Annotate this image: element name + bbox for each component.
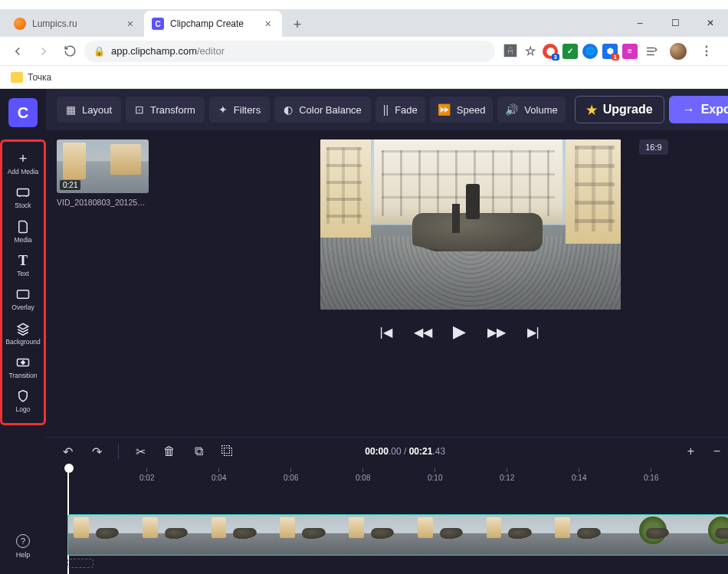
tab-lumpics[interactable]: Lumpics.ru ×	[6, 11, 144, 37]
aspect-ratio-button[interactable]: 16:9	[639, 139, 667, 155]
new-tab-button[interactable]: +	[287, 14, 308, 35]
speaker-icon: 🔊	[505, 103, 518, 116]
sidebar-item-transition[interactable]: Transition	[2, 350, 44, 384]
back-button[interactable]	[6, 40, 29, 63]
rewind-button[interactable]: ◀◀	[415, 323, 431, 340]
reload-button[interactable]	[58, 40, 81, 63]
skip-start-button[interactable]: |◀	[378, 323, 395, 340]
layout-icon: ▦	[66, 103, 76, 116]
extension-icon[interactable]: ⬢	[602, 44, 618, 59]
sidebar-item-media[interactable]: Media	[2, 215, 44, 248]
label: Fade	[395, 104, 418, 116]
fast-forward-button[interactable]: ▶▶	[488, 323, 505, 340]
ruler-tick: 0:08	[356, 468, 370, 482]
extension-icon[interactable]: ✓	[562, 44, 578, 59]
speed-button[interactable]: ⏩ Speed	[430, 97, 494, 123]
bookmarks-bar: Точка	[0, 66, 728, 89]
timeline-ruler[interactable]: 0:020:040:060:080:100:120:140:16	[67, 465, 728, 482]
reading-list-icon[interactable]	[642, 40, 661, 63]
help-icon: ?	[16, 534, 30, 548]
forward-button[interactable]	[32, 40, 55, 63]
timeline-empty-segment[interactable]	[67, 559, 93, 568]
zoom-in-button[interactable]: +	[680, 441, 701, 462]
label: Stock	[15, 202, 31, 209]
label: Add Media	[8, 169, 39, 175]
upgrade-button[interactable]: ★ Upgrade	[575, 96, 664, 123]
media-thumbnail[interactable]: 0:21	[57, 139, 149, 193]
bookmark-star-icon[interactable]: ☆	[523, 44, 538, 59]
lock-icon: 🔒	[93, 46, 105, 57]
ruler-tick: 0:10	[428, 468, 442, 482]
close-icon[interactable]: ×	[124, 18, 136, 30]
tab-title: Clipchamp Create	[170, 18, 262, 29]
volume-button[interactable]: 🔊 Volume	[497, 97, 565, 123]
minimize-button[interactable]: –	[622, 9, 657, 37]
close-icon[interactable]: ×	[262, 18, 274, 30]
translate-icon[interactable]: 🅰	[503, 44, 518, 59]
bookmark-item[interactable]: Точка	[11, 72, 51, 83]
skip-end-button[interactable]: ▶|	[525, 323, 542, 340]
fade-button[interactable]: || Fade	[375, 97, 425, 123]
fade-icon: ||	[383, 103, 389, 116]
app-root: C + Add Media Stock Media T Text	[0, 89, 728, 574]
export-button[interactable]: → Export	[669, 96, 728, 123]
editor-toolbar: ▦ Layout ⊡ Transform ✦ Filters ◐ Color B…	[46, 89, 728, 130]
redo-button[interactable]: ↷	[86, 441, 107, 462]
layout-button[interactable]: ▦ Layout	[57, 97, 121, 123]
folder-icon	[11, 72, 23, 83]
shield-icon	[15, 389, 31, 404]
address-bar[interactable]: 🔒 app.clipchamp.com/editor	[84, 41, 495, 62]
thumbnail-filename: VID_20180803_201255....	[57, 198, 149, 207]
playback-controls: |◀ ◀◀ ▶ ▶▶ ▶|	[378, 323, 542, 340]
tab-title: Lumpics.ru	[32, 18, 124, 29]
sidebar-item-add-media[interactable]: + Add Media	[2, 146, 44, 180]
sidebar-item-overlay[interactable]: Overlay	[2, 282, 44, 316]
timeline-tools: ↶ ↷ ✂ 🗑 ⧉ ⿻ 00:00.00 / 00:21.43 + − ↔	[46, 438, 728, 465]
menu-button[interactable]: ⋮	[696, 44, 717, 58]
main-area: ▦ Layout ⊡ Transform ✦ Filters ◐ Color B…	[46, 89, 728, 574]
video-preview[interactable]	[320, 139, 621, 310]
label: Media	[14, 237, 31, 244]
timeline: ↶ ↷ ✂ 🗑 ⧉ ⿻ 00:00.00 / 00:21.43 + − ↔ 0:…	[46, 437, 728, 574]
extension-icon[interactable]: 🌐	[582, 44, 598, 59]
close-button[interactable]: ✕	[693, 9, 728, 37]
undo-button[interactable]: ↶	[57, 441, 78, 462]
maximize-button[interactable]: ☐	[657, 9, 693, 37]
color-balance-button[interactable]: ◐ Color Balance	[274, 97, 371, 123]
layers-icon	[15, 321, 31, 336]
preview-column: 16:9 |◀ ◀◀ ▶ ▶▶ ▶|	[166, 139, 728, 431]
sidebar-item-logo[interactable]: Logo	[2, 384, 44, 418]
sparkle-icon: ✦	[218, 103, 228, 116]
split-button[interactable]: ✂	[130, 441, 151, 462]
timecode: 00:00.00 / 00:21.43	[365, 446, 445, 457]
tab-strip: Lumpics.ru × C Clipchamp Create × + – ☐ …	[0, 9, 728, 37]
label: Transition	[8, 372, 37, 379]
favicon-clipchamp: C	[152, 18, 164, 30]
copy-button[interactable]: ⧉	[188, 441, 209, 462]
delete-button[interactable]: 🗑	[159, 441, 180, 462]
label: Volume	[524, 104, 557, 116]
duplicate-button[interactable]: ⿻	[217, 441, 238, 462]
ruler-tick: 0:06	[284, 468, 298, 482]
sidebar-item-text[interactable]: T Text	[2, 248, 44, 282]
sidebar-item-help[interactable]: ? Help	[2, 528, 44, 565]
media-icon	[15, 219, 31, 235]
transform-button[interactable]: ⊡ Transform	[126, 97, 205, 123]
ruler-tick: 0:02	[139, 468, 154, 482]
svg-rect-0	[18, 189, 29, 196]
label: Logo	[16, 406, 31, 413]
tab-clipchamp[interactable]: C Clipchamp Create ×	[144, 11, 282, 37]
transition-icon	[15, 355, 31, 370]
ruler-tick: 0:16	[644, 468, 658, 482]
filters-button[interactable]: ✦ Filters	[209, 97, 270, 123]
brand-logo[interactable]: C	[8, 98, 38, 127]
sidebar-item-stock[interactable]: Stock	[2, 180, 44, 214]
extension-icon[interactable]: ≡	[622, 44, 638, 59]
zoom-out-button[interactable]: −	[706, 441, 727, 462]
profile-avatar[interactable]	[670, 43, 687, 60]
extension-icon[interactable]: ⬤	[543, 44, 558, 59]
sidebar-item-background[interactable]: Background	[2, 317, 44, 350]
timeline-clip[interactable]: 🔊	[67, 514, 728, 556]
play-button[interactable]: ▶	[451, 323, 468, 340]
text-icon: T	[15, 253, 31, 268]
